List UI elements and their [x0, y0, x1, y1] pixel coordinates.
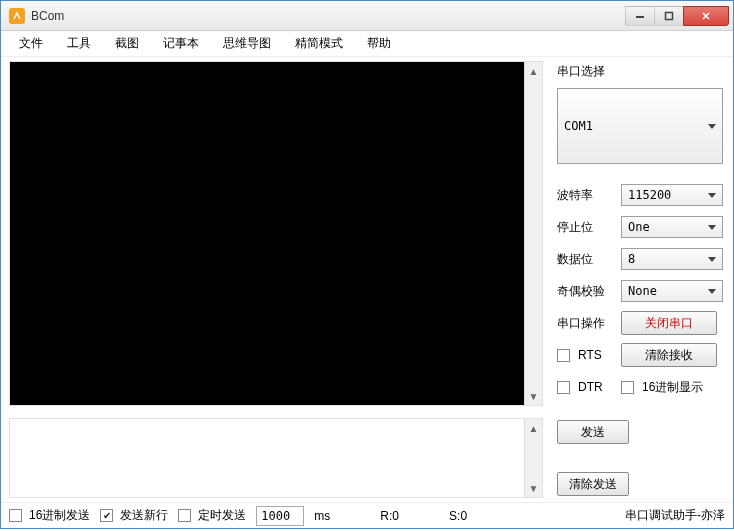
menu-file[interactable]: 文件 — [9, 32, 53, 55]
app-window: BCom 文件 工具 截图 记事本 思维导图 精简模式 帮助 ▲ — [0, 0, 734, 529]
window-controls — [626, 6, 729, 26]
tx-counter: S:0 — [449, 509, 467, 523]
right-pane: 串口选择 COM1 波特率 115200 停止位 One 数据位 8 奇偶校验 … — [543, 57, 733, 502]
newline-checkbox[interactable] — [100, 509, 113, 522]
clear-send-button[interactable]: 清除发送 — [557, 472, 629, 496]
parity-value: None — [628, 284, 657, 298]
receive-scrollbar[interactable]: ▲ ▼ — [524, 62, 542, 405]
close-serial-button[interactable]: 关闭串口 — [621, 311, 717, 335]
hex-send-checkbox[interactable] — [9, 509, 22, 522]
scroll-track[interactable] — [525, 80, 542, 387]
serial-op-label: 串口操作 — [557, 315, 613, 332]
menu-simple-mode[interactable]: 精简模式 — [285, 32, 353, 55]
databits-label: 数据位 — [557, 251, 613, 268]
timed-send-checkbox[interactable] — [178, 509, 191, 522]
minimize-button[interactable] — [625, 6, 655, 26]
newline-label: 发送新行 — [120, 507, 168, 524]
interval-input[interactable] — [256, 506, 304, 526]
menu-mindmap[interactable]: 思维导图 — [213, 32, 281, 55]
parity-label: 奇偶校验 — [557, 283, 613, 300]
scroll-up-icon[interactable]: ▲ — [525, 62, 542, 80]
scroll-up-icon[interactable]: ▲ — [525, 419, 542, 437]
databits-select[interactable]: 8 — [621, 248, 723, 270]
clear-receive-button[interactable]: 清除接收 — [621, 343, 717, 367]
stopbits-select[interactable]: One — [621, 216, 723, 238]
stopbits-value: One — [628, 220, 650, 234]
baud-label: 波特率 — [557, 187, 613, 204]
hex-display-label: 16进制显示 — [642, 379, 703, 396]
scroll-down-icon[interactable]: ▼ — [525, 387, 542, 405]
maximize-button[interactable] — [654, 6, 684, 26]
hex-display-checkbox[interactable] — [621, 381, 634, 394]
port-value: COM1 — [564, 119, 593, 133]
port-select[interactable]: COM1 — [557, 88, 723, 164]
dtr-label: DTR — [578, 380, 603, 394]
send-textarea[interactable] — [10, 419, 524, 497]
baud-value: 115200 — [628, 188, 671, 202]
dtr-checkbox[interactable] — [557, 381, 570, 394]
svg-rect-1 — [666, 12, 673, 19]
scroll-track[interactable] — [525, 437, 542, 479]
menu-screenshot[interactable]: 截图 — [105, 32, 149, 55]
send-area-wrap: ▲ ▼ — [9, 418, 543, 498]
svg-rect-0 — [636, 16, 644, 18]
statusbar: 16进制发送 发送新行 定时发送 ms R:0 S:0 串口调试助手-亦泽 — [1, 502, 733, 528]
receive-area-wrap: ▲ ▼ — [9, 61, 543, 406]
content-area: ▲ ▼ ▲ ▼ 串口选择 COM1 波特率 115200 — [1, 57, 733, 502]
baud-select[interactable]: 115200 — [621, 184, 723, 206]
credit-label: 串口调试助手-亦泽 — [625, 507, 725, 524]
menu-help[interactable]: 帮助 — [357, 32, 401, 55]
send-button[interactable]: 发送 — [557, 420, 629, 444]
databits-value: 8 — [628, 252, 635, 266]
rx-counter: R:0 — [380, 509, 399, 523]
menu-tools[interactable]: 工具 — [57, 32, 101, 55]
window-title: BCom — [31, 9, 626, 23]
timed-send-label: 定时发送 — [198, 507, 246, 524]
stopbits-label: 停止位 — [557, 219, 613, 236]
titlebar[interactable]: BCom — [1, 1, 733, 31]
scroll-down-icon[interactable]: ▼ — [525, 479, 542, 497]
receive-textarea[interactable] — [10, 62, 524, 405]
hex-send-label: 16进制发送 — [29, 507, 90, 524]
close-button[interactable] — [683, 6, 729, 26]
left-pane: ▲ ▼ ▲ ▼ — [1, 57, 543, 502]
app-icon — [9, 8, 25, 24]
menubar: 文件 工具 截图 记事本 思维导图 精简模式 帮助 — [1, 31, 733, 57]
serial-section-label: 串口选择 — [557, 63, 723, 80]
menu-notepad[interactable]: 记事本 — [153, 32, 209, 55]
parity-select[interactable]: None — [621, 280, 723, 302]
send-scrollbar[interactable]: ▲ ▼ — [524, 419, 542, 497]
rts-checkbox[interactable] — [557, 349, 570, 362]
rts-label: RTS — [578, 348, 602, 362]
interval-unit: ms — [314, 509, 330, 523]
